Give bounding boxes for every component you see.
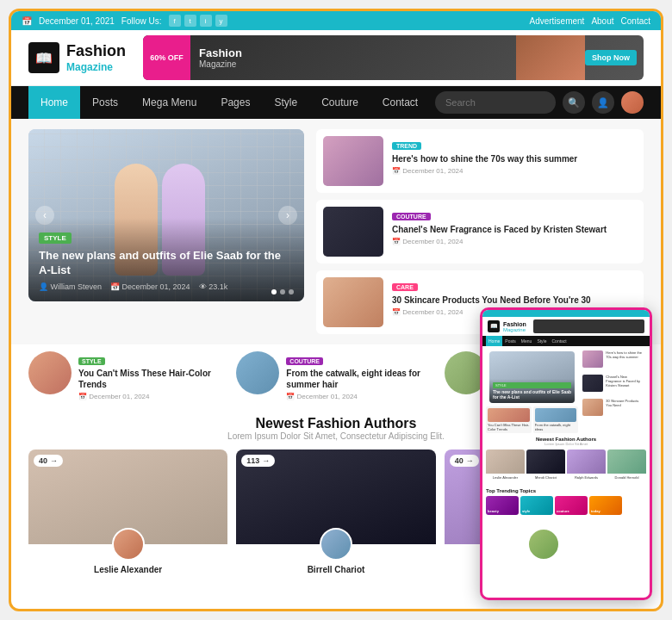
side-article-img-3 [323, 277, 383, 327]
device-author-name-1: Leslie Alexander [486, 474, 525, 481]
mini-avatar-1 [28, 351, 72, 394]
youtube-icon[interactable]: y [215, 15, 227, 27]
hero-overlay: STYLE The new plans and outfits of Elie … [28, 218, 304, 301]
device-nav: Home Posts Menu Style Contact [482, 336, 650, 346]
nav-mega-menu[interactable]: Mega Menu [130, 86, 208, 119]
hero-meta: 👤 William Steven 📅 December 01, 2024 👁 2… [39, 282, 294, 291]
hero-dot-1[interactable] [271, 289, 277, 294]
nav-home[interactable]: Home [28, 86, 80, 119]
author-card-2[interactable]: 113→ Birrell Chariot [236, 450, 435, 581]
side-article-img-2 [323, 207, 383, 257]
device-author-img-2 [526, 450, 565, 474]
author-avatar-2 [320, 528, 352, 561]
user-button[interactable]: 👤 [592, 91, 614, 114]
side-article-content-1: TREND Here's how to shine the 70s way th… [392, 136, 637, 186]
device-author-3[interactable]: Ralph Edwards [567, 450, 606, 481]
nav-contact[interactable]: Contact [370, 86, 430, 119]
device-nav-home[interactable]: Home [486, 336, 502, 346]
device-nav-menu[interactable]: Menu [519, 338, 535, 344]
device-author-2[interactable]: Mendi Chariot [526, 450, 565, 481]
device-trending-label-1: beauty [488, 509, 499, 513]
top-bar-right: Advertisement About Contact [529, 16, 650, 26]
device-nav-contact[interactable]: Contact [550, 338, 569, 344]
mini-title-1: You Can't Miss These Hair-Color Trends [78, 368, 227, 390]
logo-icon: 📖 [28, 42, 59, 73]
device-trending-item-2[interactable]: style [520, 496, 553, 515]
device-main-layout: STYLE The new plans and outfits of Elie … [482, 346, 650, 433]
user-avatar[interactable] [621, 91, 644, 114]
author-post-count-2: 113→ [241, 455, 275, 467]
hero-views: 👁 23.1k [199, 282, 228, 291]
nav-posts[interactable]: Posts [80, 86, 130, 119]
main-frame: 📅 December 01, 2021 Follow Us: f t i y A… [9, 9, 663, 611]
hero-dot-2[interactable] [280, 289, 285, 294]
device-trending-item-3[interactable]: couture [555, 496, 588, 515]
contact-link[interactable]: Contact [621, 16, 650, 26]
mini-article-content-2: COUTURE From the catwalk, eight ideas fo… [286, 351, 435, 400]
mini-article-1[interactable]: STYLE You Can't Miss These Hair-Color Tr… [28, 351, 227, 400]
brand-sub: Magazine [66, 61, 126, 73]
device-trending-item-1[interactable]: beauty [486, 496, 519, 515]
search-input[interactable] [435, 91, 556, 114]
author-avatar-3 [527, 528, 560, 561]
nav-style[interactable]: Style [262, 86, 309, 119]
device-trending-title: Top Trending Topics [486, 488, 646, 493]
follow-label: Follow Us: [121, 16, 162, 26]
hero-title[interactable]: The new plans and outfits of Elie Saab f… [39, 249, 294, 278]
author-post-count-3: 40→ [450, 455, 479, 467]
twitter-icon[interactable]: t [184, 15, 196, 27]
ad-subtitle: Magazine [199, 59, 507, 69]
device-logo-text: Fashion Magazine [503, 321, 526, 332]
hero-dot-3[interactable] [289, 289, 294, 294]
search-button[interactable]: 🔍 [563, 91, 585, 114]
logo-text: Fashion Magazine [66, 42, 126, 73]
top-bar-left: 📅 December 01, 2021 Follow Us: f t i y [22, 15, 227, 27]
device-topbar [482, 310, 650, 317]
side-article-meta-2: 📅 December 01, 2024 [392, 238, 637, 245]
nav-pages[interactable]: Pages [208, 86, 262, 119]
side-article-title-2: Chanel's New Fragrance is Faced by Krist… [392, 224, 637, 235]
device-side-text-1: Here's how to shine the 70s way this sum… [606, 350, 644, 368]
device-nav-style[interactable]: Style [534, 338, 549, 344]
device-trending-item-4[interactable]: today [589, 496, 622, 515]
side-article-2[interactable]: COUTURE Chanel's New Fragrance is Faced … [316, 200, 644, 264]
mini-article-2[interactable]: COUTURE From the catwalk, eight ideas fo… [236, 351, 435, 400]
device-mini-row: You Can't Miss These Hair-Color Trends F… [486, 406, 578, 433]
side-article-1[interactable]: TREND Here's how to shine the 70s way th… [316, 129, 644, 193]
device-author-img-4 [607, 450, 646, 474]
device-mini-img-2 [535, 408, 577, 422]
device-hero-overlay: STYLE The new plans and outfits of Elie … [489, 379, 575, 403]
device-side-1: Here's how to shine the 70s way this sum… [580, 348, 646, 370]
device-author-img-3 [567, 450, 606, 474]
nav-couture[interactable]: Couture [309, 86, 370, 119]
about-link[interactable]: About [591, 16, 613, 26]
device-side-text-3: 30 Skincare Products You Need [606, 399, 644, 416]
mini-title-2: From the catwalk, eight ideas for summer… [286, 368, 435, 390]
side-tag-trend: TREND [392, 142, 421, 150]
brand-name: Fashion [66, 42, 126, 61]
device-left: STYLE The new plans and outfits of Elie … [486, 348, 578, 433]
device-authors-grid: Leslie Alexander Mendi Chariot Ralph Edw… [486, 450, 646, 481]
device-author-1[interactable]: Leslie Alexander [486, 450, 525, 481]
author-img-2: 113→ [236, 450, 435, 544]
device-side-img-3 [582, 399, 603, 416]
author-name-2: Birrell Chariot [236, 565, 435, 574]
device-nav-posts[interactable]: Posts [502, 338, 519, 344]
device-mini-text-1: You Can't Miss These Hair-Color Trends [488, 423, 530, 431]
shop-now-button[interactable]: Shop Now [585, 50, 637, 65]
side-articles: TREND Here's how to shine the 70s way th… [304, 129, 644, 334]
instagram-icon[interactable]: i [200, 15, 212, 27]
top-bar: 📅 December 01, 2021 Follow Us: f t i y A… [11, 11, 661, 30]
hero-slider: ‹ › STYLE The new plans and outfits of E… [28, 129, 304, 301]
logo[interactable]: 📖 Fashion Magazine [28, 42, 126, 73]
device-hero: STYLE The new plans and outfits of Elie … [489, 351, 575, 403]
facebook-icon[interactable]: f [169, 15, 181, 27]
author-card-1[interactable]: 40→ Leslie Alexander [28, 450, 227, 581]
device-side-img-1 [582, 350, 603, 368]
device-author-4[interactable]: Donald Hernold [607, 450, 646, 481]
hero-dots [271, 289, 294, 294]
device-right: Here's how to shine the 70s way this sum… [580, 348, 646, 433]
device-side-2: Chanel's New Fragrance is Faced by Krist… [580, 372, 646, 394]
device-author-name-3: Ralph Edwards [567, 474, 606, 481]
side-article-title-3: 30 Skincare Products You Need Before You… [392, 294, 637, 306]
